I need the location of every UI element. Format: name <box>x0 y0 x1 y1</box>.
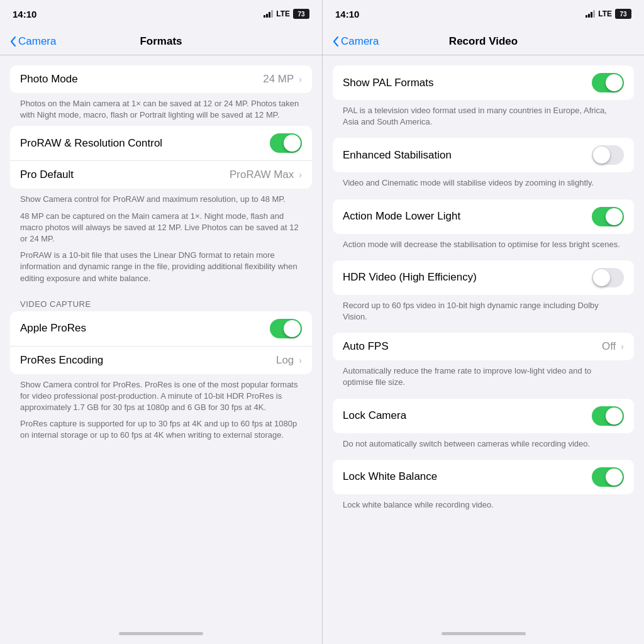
apple-prores-row[interactable]: Apple ProRes <box>10 311 312 347</box>
action-mode-group: Action Mode Lower Light <box>333 199 634 234</box>
proraw-desc2: 48 MP can be captured on the Main camera… <box>10 211 312 245</box>
battery-left: 73 <box>293 9 309 19</box>
show-pal-desc: PAL is a television video format used in… <box>333 105 634 128</box>
status-icons-left: LTE 73 <box>264 9 309 19</box>
proraw-group: ProRAW & Resolution Control Pro Default … <box>10 126 312 189</box>
photo-mode-label: Photo Mode <box>20 73 263 86</box>
signal-icon-left <box>264 10 273 18</box>
action-mode-toggle[interactable] <box>592 207 624 226</box>
enhanced-stab-group: Enhanced Stabilisation <box>333 138 634 172</box>
photo-mode-row[interactable]: Photo Mode 24 MP › <box>10 65 312 93</box>
prores-desc2: ProRes capture is supported for up to 30… <box>10 418 312 441</box>
pro-default-label: Pro Default <box>20 169 230 181</box>
show-pal-toggle[interactable] <box>592 73 624 92</box>
auto-fps-value-container: Off › <box>602 340 624 353</box>
photo-mode-value: 24 MP <box>263 73 294 86</box>
auto-fps-chevron: › <box>621 341 624 352</box>
pro-default-chevron: › <box>299 170 302 180</box>
home-bar-right <box>441 632 526 635</box>
page-title-left: Formats <box>140 35 182 48</box>
lock-wb-group: Lock White Balance <box>333 460 634 494</box>
proraw-label: ProRAW & Resolution Control <box>20 137 270 150</box>
enhanced-stab-desc: Video and Cinematic mode will stabilise … <box>333 177 634 189</box>
chevron-left-icon-left <box>10 36 16 47</box>
photo-mode-value-container: 24 MP › <box>263 73 302 86</box>
left-screen: 14:10 LTE 73 Camera Formats Photo Mode <box>0 0 322 644</box>
toggle-knob <box>284 135 301 152</box>
proraw-desc3: ProRAW is a 10-bit file that uses the Li… <box>10 250 312 284</box>
back-button-right[interactable]: Camera <box>333 35 379 48</box>
lock-camera-toggle[interactable] <box>592 406 624 426</box>
toggle-knob <box>606 408 623 425</box>
prores-group: Apple ProRes ProRes Encoding Log › <box>10 311 312 374</box>
action-mode-desc: Action mode will decrease the stabilisat… <box>333 239 634 250</box>
lock-camera-group: Lock Camera <box>333 399 634 433</box>
prores-encoding-label: ProRes Encoding <box>20 354 276 367</box>
auto-fps-desc: Automatically reduce the frame rate to i… <box>333 365 634 388</box>
prores-encoding-row[interactable]: ProRes Encoding Log › <box>10 347 312 374</box>
toggle-knob <box>606 74 623 91</box>
auto-fps-label: Auto FPS <box>343 340 602 353</box>
action-mode-label: Action Mode Lower Light <box>343 210 592 223</box>
lock-wb-desc: Lock white balance while recording video… <box>333 499 634 511</box>
lock-camera-row[interactable]: Lock Camera <box>333 399 634 433</box>
time-left: 14:10 <box>13 9 36 19</box>
toggle-knob <box>606 208 623 225</box>
toggle-knob <box>284 320 301 337</box>
video-capture-label: VIDEO CAPTURE <box>10 299 312 309</box>
hdr-video-row[interactable]: HDR Video (High Efficiency) <box>333 260 634 295</box>
back-label-right: Camera <box>341 35 379 48</box>
status-icons-right: LTE 73 <box>586 9 631 19</box>
status-bar-right: 14:10 LTE 73 <box>323 0 644 28</box>
lte-label-left: LTE <box>276 9 290 18</box>
enhanced-stab-row[interactable]: Enhanced Stabilisation <box>333 138 634 172</box>
lock-camera-desc: Do not automatically switch between came… <box>333 438 634 450</box>
chevron-left-icon-right <box>333 36 339 47</box>
photo-mode-group: Photo Mode 24 MP › <box>10 65 312 93</box>
prores-encoding-value-container: Log › <box>276 354 302 367</box>
hdr-video-toggle[interactable] <box>592 268 624 287</box>
enhanced-stab-toggle[interactable] <box>592 145 624 165</box>
content-left: Photo Mode 24 MP › Photos on the Main ca… <box>0 55 322 623</box>
pro-default-value-container: ProRAW Max › <box>230 169 302 181</box>
home-bar-left <box>119 632 203 635</box>
lte-label-right: LTE <box>598 9 612 18</box>
enhanced-stab-label: Enhanced Stabilisation <box>343 149 592 162</box>
nav-bar-left: Camera Formats <box>0 28 322 55</box>
action-mode-row[interactable]: Action Mode Lower Light <box>333 199 634 234</box>
prores-desc1: Show Camera control for ProRes. ProRes i… <box>10 379 312 414</box>
back-button-left[interactable]: Camera <box>10 35 56 48</box>
home-indicator-left <box>0 623 322 644</box>
signal-icon-right <box>586 10 595 18</box>
proraw-toggle[interactable] <box>270 133 302 153</box>
auto-fps-value: Off <box>602 340 616 353</box>
prores-encoding-chevron: › <box>299 355 302 365</box>
toggle-knob <box>593 269 610 286</box>
right-screen: 14:10 LTE 73 Camera Record Video Show PA… <box>322 0 644 644</box>
photo-mode-desc: Photos on the Main camera at 1× can be s… <box>10 98 312 121</box>
apple-prores-toggle[interactable] <box>270 319 302 338</box>
show-pal-row[interactable]: Show PAL Formats <box>333 65 634 100</box>
battery-right: 73 <box>615 9 631 19</box>
nav-bar-right: Camera Record Video <box>323 28 644 55</box>
pro-default-value: ProRAW Max <box>230 169 294 181</box>
proraw-row[interactable]: ProRAW & Resolution Control <box>10 126 312 161</box>
status-bar-left: 14:10 LTE 73 <box>0 0 322 28</box>
back-label-left: Camera <box>18 35 56 48</box>
show-pal-group: Show PAL Formats <box>333 65 634 100</box>
page-title-right: Record Video <box>449 35 518 48</box>
pro-default-row[interactable]: Pro Default ProRAW Max › <box>10 161 312 189</box>
toggle-knob <box>593 147 610 164</box>
toggle-knob <box>606 469 623 486</box>
auto-fps-row[interactable]: Auto FPS Off › <box>333 333 634 360</box>
lock-wb-toggle[interactable] <box>592 467 624 487</box>
photo-mode-chevron: › <box>299 74 302 84</box>
lock-wb-row[interactable]: Lock White Balance <box>333 460 634 494</box>
lock-wb-label: Lock White Balance <box>343 470 592 483</box>
prores-encoding-value: Log <box>276 354 294 367</box>
hdr-video-group: HDR Video (High Efficiency) <box>333 260 634 295</box>
show-pal-label: Show PAL Formats <box>343 77 592 89</box>
hdr-video-desc: Record up to 60 fps video in 10-bit high… <box>333 300 634 323</box>
hdr-video-label: HDR Video (High Efficiency) <box>343 271 592 284</box>
lock-camera-label: Lock Camera <box>343 409 592 422</box>
